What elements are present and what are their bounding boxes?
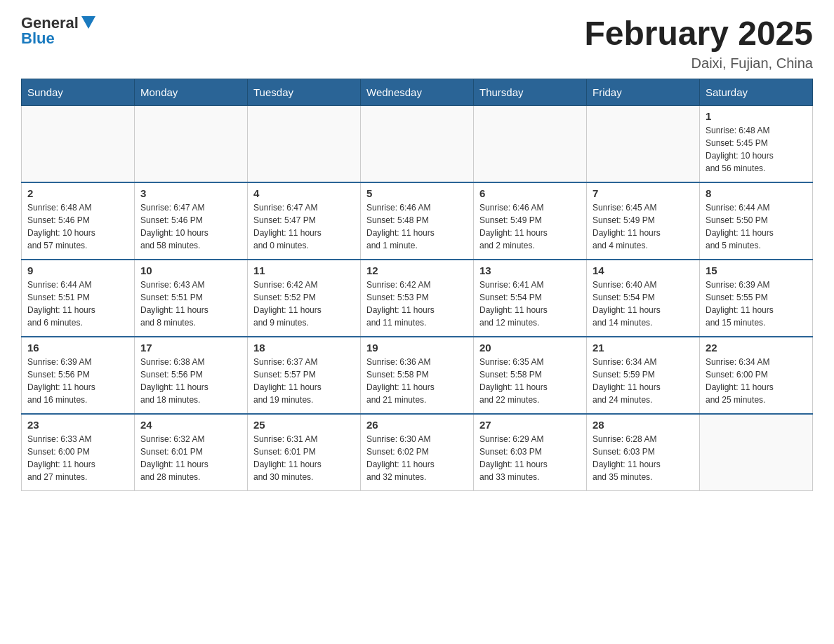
day-number: 7: [593, 187, 694, 199]
calendar-cell: 13Sunrise: 6:41 AM Sunset: 5:54 PM Dayli…: [474, 260, 587, 337]
calendar-cell: 9Sunrise: 6:44 AM Sunset: 5:51 PM Daylig…: [22, 260, 135, 337]
calendar-cell: 28Sunrise: 6:28 AM Sunset: 6:03 PM Dayli…: [587, 414, 700, 491]
calendar-cell: 14Sunrise: 6:40 AM Sunset: 5:54 PM Dayli…: [587, 260, 700, 337]
day-number: 4: [253, 187, 355, 199]
day-info: Sunrise: 6:35 AM Sunset: 5:58 PM Dayligh…: [479, 356, 581, 406]
page-header: General Blue February 2025 Daixi, Fujian…: [21, 14, 813, 72]
day-header-friday: Friday: [587, 79, 700, 106]
calendar-cell: 15Sunrise: 6:39 AM Sunset: 5:55 PM Dayli…: [700, 260, 813, 337]
day-info: Sunrise: 6:32 AM Sunset: 6:01 PM Dayligh…: [140, 433, 241, 483]
day-info: Sunrise: 6:36 AM Sunset: 5:58 PM Dayligh…: [366, 356, 468, 406]
logo-blue-text: Blue: [21, 29, 55, 48]
day-number: 17: [140, 342, 241, 354]
day-number: 22: [706, 342, 807, 354]
day-info: Sunrise: 6:34 AM Sunset: 6:00 PM Dayligh…: [706, 356, 807, 406]
day-header-thursday: Thursday: [474, 79, 587, 106]
calendar-cell: [587, 106, 700, 183]
calendar-cell: 4Sunrise: 6:47 AM Sunset: 5:47 PM Daylig…: [248, 182, 361, 260]
day-header-tuesday: Tuesday: [248, 79, 361, 106]
calendar-header-row: SundayMondayTuesdayWednesdayThursdayFrid…: [22, 79, 813, 106]
day-number: 16: [27, 342, 128, 354]
calendar-cell: [474, 106, 587, 183]
day-number: 11: [253, 264, 355, 276]
calendar-week-row: 16Sunrise: 6:39 AM Sunset: 5:56 PM Dayli…: [22, 337, 813, 414]
day-info: Sunrise: 6:40 AM Sunset: 5:54 PM Dayligh…: [593, 279, 694, 329]
calendar-week-row: 9Sunrise: 6:44 AM Sunset: 5:51 PM Daylig…: [22, 260, 813, 337]
day-header-monday: Monday: [135, 79, 248, 106]
day-info: Sunrise: 6:41 AM Sunset: 5:54 PM Dayligh…: [479, 279, 581, 329]
calendar-table: SundayMondayTuesdayWednesdayThursdayFrid…: [21, 79, 813, 491]
calendar-cell: 26Sunrise: 6:30 AM Sunset: 6:02 PM Dayli…: [361, 414, 474, 491]
day-info: Sunrise: 6:39 AM Sunset: 5:55 PM Dayligh…: [706, 279, 807, 329]
title-section: February 2025 Daixi, Fujian, China: [584, 14, 813, 72]
calendar-cell: 23Sunrise: 6:33 AM Sunset: 6:00 PM Dayli…: [22, 414, 135, 491]
day-info: Sunrise: 6:48 AM Sunset: 5:45 PM Dayligh…: [706, 124, 807, 175]
calendar-cell: 7Sunrise: 6:45 AM Sunset: 5:49 PM Daylig…: [587, 182, 700, 260]
day-number: 28: [593, 419, 694, 431]
day-info: Sunrise: 6:38 AM Sunset: 5:56 PM Dayligh…: [140, 356, 241, 406]
day-info: Sunrise: 6:47 AM Sunset: 5:46 PM Dayligh…: [140, 201, 241, 252]
day-info: Sunrise: 6:47 AM Sunset: 5:47 PM Dayligh…: [253, 201, 355, 252]
calendar-cell: 12Sunrise: 6:42 AM Sunset: 5:53 PM Dayli…: [361, 260, 474, 337]
day-info: Sunrise: 6:46 AM Sunset: 5:49 PM Dayligh…: [479, 201, 581, 252]
day-info: Sunrise: 6:28 AM Sunset: 6:03 PM Dayligh…: [593, 433, 694, 483]
day-number: 1: [706, 110, 807, 122]
day-info: Sunrise: 6:33 AM Sunset: 6:00 PM Dayligh…: [27, 433, 128, 483]
day-info: Sunrise: 6:42 AM Sunset: 5:53 PM Dayligh…: [366, 279, 468, 329]
calendar-cell: 18Sunrise: 6:37 AM Sunset: 5:57 PM Dayli…: [248, 337, 361, 414]
day-info: Sunrise: 6:31 AM Sunset: 6:01 PM Dayligh…: [253, 433, 355, 483]
calendar-cell: 21Sunrise: 6:34 AM Sunset: 5:59 PM Dayli…: [587, 337, 700, 414]
day-info: Sunrise: 6:29 AM Sunset: 6:03 PM Dayligh…: [479, 433, 581, 483]
calendar-cell: 2Sunrise: 6:48 AM Sunset: 5:46 PM Daylig…: [22, 182, 135, 260]
logo-triangle-icon: [81, 16, 95, 30]
calendar-cell: 5Sunrise: 6:46 AM Sunset: 5:48 PM Daylig…: [361, 182, 474, 260]
month-title: February 2025: [584, 14, 813, 53]
calendar-week-row: 2Sunrise: 6:48 AM Sunset: 5:46 PM Daylig…: [22, 182, 813, 260]
calendar-cell: 8Sunrise: 6:44 AM Sunset: 5:50 PM Daylig…: [700, 182, 813, 260]
day-info: Sunrise: 6:48 AM Sunset: 5:46 PM Dayligh…: [27, 201, 128, 252]
day-number: 27: [479, 419, 581, 431]
calendar-cell: 11Sunrise: 6:42 AM Sunset: 5:52 PM Dayli…: [248, 260, 361, 337]
svg-marker-0: [81, 16, 95, 29]
day-number: 20: [479, 342, 581, 354]
calendar-cell: 6Sunrise: 6:46 AM Sunset: 5:49 PM Daylig…: [474, 182, 587, 260]
day-number: 6: [479, 187, 581, 199]
calendar-cell: 17Sunrise: 6:38 AM Sunset: 5:56 PM Dayli…: [135, 337, 248, 414]
day-info: Sunrise: 6:30 AM Sunset: 6:02 PM Dayligh…: [366, 433, 468, 483]
day-header-saturday: Saturday: [700, 79, 813, 106]
day-number: 24: [140, 419, 241, 431]
calendar-cell: 25Sunrise: 6:31 AM Sunset: 6:01 PM Dayli…: [248, 414, 361, 491]
calendar-cell: 16Sunrise: 6:39 AM Sunset: 5:56 PM Dayli…: [22, 337, 135, 414]
day-number: 19: [366, 342, 468, 354]
day-number: 3: [140, 187, 241, 199]
calendar-cell: 10Sunrise: 6:43 AM Sunset: 5:51 PM Dayli…: [135, 260, 248, 337]
day-number: 10: [140, 264, 241, 276]
calendar-cell: 19Sunrise: 6:36 AM Sunset: 5:58 PM Dayli…: [361, 337, 474, 414]
day-info: Sunrise: 6:46 AM Sunset: 5:48 PM Dayligh…: [366, 201, 468, 252]
calendar-cell: 20Sunrise: 6:35 AM Sunset: 5:58 PM Dayli…: [474, 337, 587, 414]
calendar-cell: [22, 106, 135, 183]
day-number: 18: [253, 342, 355, 354]
day-number: 5: [366, 187, 468, 199]
day-number: 25: [253, 419, 355, 431]
calendar-cell: 1Sunrise: 6:48 AM Sunset: 5:45 PM Daylig…: [700, 106, 813, 183]
day-number: 15: [706, 264, 807, 276]
day-header-sunday: Sunday: [22, 79, 135, 106]
day-info: Sunrise: 6:45 AM Sunset: 5:49 PM Dayligh…: [593, 201, 694, 252]
day-info: Sunrise: 6:39 AM Sunset: 5:56 PM Dayligh…: [27, 356, 128, 406]
day-info: Sunrise: 6:37 AM Sunset: 5:57 PM Dayligh…: [253, 356, 355, 406]
day-number: 8: [706, 187, 807, 199]
day-info: Sunrise: 6:42 AM Sunset: 5:52 PM Dayligh…: [253, 279, 355, 329]
day-info: Sunrise: 6:44 AM Sunset: 5:50 PM Dayligh…: [706, 201, 807, 252]
calendar-cell: [700, 414, 813, 491]
calendar-cell: [248, 106, 361, 183]
day-number: 21: [593, 342, 694, 354]
calendar-week-row: 23Sunrise: 6:33 AM Sunset: 6:00 PM Dayli…: [22, 414, 813, 491]
calendar-cell: 27Sunrise: 6:29 AM Sunset: 6:03 PM Dayli…: [474, 414, 587, 491]
calendar-cell: [361, 106, 474, 183]
day-number: 26: [366, 419, 468, 431]
day-info: Sunrise: 6:34 AM Sunset: 5:59 PM Dayligh…: [593, 356, 694, 406]
calendar-week-row: 1Sunrise: 6:48 AM Sunset: 5:45 PM Daylig…: [22, 106, 813, 183]
location-title: Daixi, Fujian, China: [584, 55, 813, 72]
day-number: 13: [479, 264, 581, 276]
